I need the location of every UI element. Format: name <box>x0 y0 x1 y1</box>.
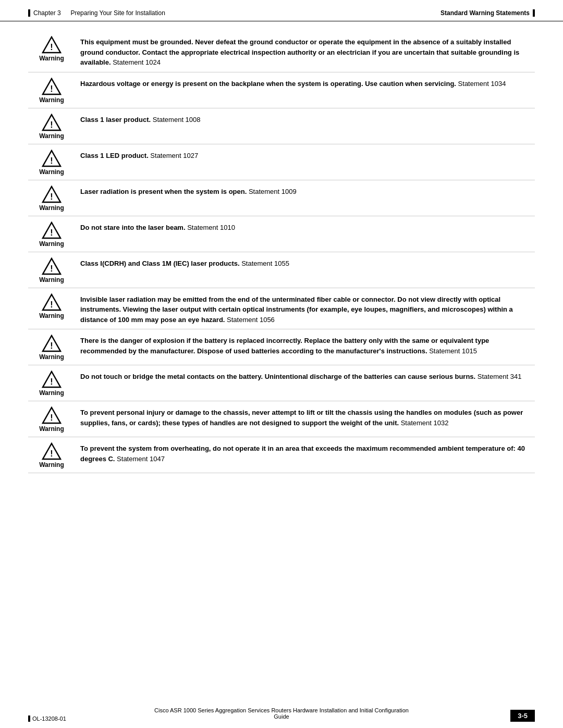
warning-row: !WarningInvisible laser radiation may be… <box>28 288 535 330</box>
warning-text-12: To prevent the system from overheating, … <box>80 442 535 464</box>
warning-left-11: !Warning <box>28 406 80 433</box>
svg-text:!: ! <box>50 449 53 458</box>
warning-label: Warning <box>39 55 64 62</box>
page: Chapter 3 Preparing Your Site for Instal… <box>0 0 563 728</box>
warning-label: Warning <box>39 96 64 104</box>
warning-left-2: !Warning <box>28 78 80 104</box>
warning-text-normal: Statement 1024 <box>111 58 161 66</box>
warning-text-normal: Statement 1009 <box>247 188 296 195</box>
warning-text-bold: Invisible laser radiation may be emitted… <box>80 295 513 324</box>
warning-text-bold: Laser radiation is present when the syst… <box>80 188 247 195</box>
warning-row: !WarningClass I(CDRH) and Class 1M (IEC)… <box>28 252 535 288</box>
warning-row: !WarningTo prevent the system from overh… <box>28 437 535 473</box>
warning-left-9: !Warning <box>28 335 80 361</box>
doc-number: OL-13208-01 <box>32 715 66 722</box>
warning-text-9: There is the danger of explosion if the … <box>80 335 535 356</box>
warning-icon: ! <box>42 150 62 167</box>
warning-text-normal: Statement 1055 <box>240 260 289 267</box>
warning-text-normal: Statement 1010 <box>186 224 235 231</box>
chapter-title: Preparing Your Site for Installation <box>70 9 165 17</box>
footer-center: Cisco ASR 1000 Series Aggregation Servic… <box>151 707 412 720</box>
warning-icon: ! <box>42 114 62 131</box>
warning-text-normal: Statement 341 <box>475 373 521 380</box>
warning-row: !WarningLaser radiation is present when … <box>28 180 535 216</box>
warning-icon: ! <box>42 78 62 95</box>
svg-text:!: ! <box>50 192 53 201</box>
page-number: 3-5 <box>510 710 535 722</box>
warning-text-normal: Statement 1034 <box>456 80 506 88</box>
warning-icon: ! <box>42 186 62 203</box>
svg-text:!: ! <box>50 43 53 52</box>
warning-icon: ! <box>42 335 62 352</box>
warning-icon: ! <box>42 293 62 311</box>
warning-label: Warning <box>39 168 64 176</box>
warning-text-8: Invisible laser radiation may be emitted… <box>80 293 535 325</box>
warning-text-bold: Do not touch or bridge the metal contact… <box>80 373 475 380</box>
warning-left-6: !Warning <box>28 221 80 248</box>
warning-left-10: !Warning <box>28 371 80 397</box>
header-left: Chapter 3 Preparing Your Site for Instal… <box>28 9 165 17</box>
warning-text-normal: Statement 1027 <box>149 152 198 159</box>
header-left-bar <box>28 9 30 17</box>
warning-row: !WarningDo not stare into the laser beam… <box>28 216 535 252</box>
warnings-container: !WarningThis equipment must be grounded.… <box>28 31 535 473</box>
warning-text-bold: Class 1 laser product. <box>80 116 151 124</box>
warning-text-bold: Class I(CDRH) and Class 1M (IEC) laser p… <box>80 260 240 267</box>
warning-text-normal: Statement 1008 <box>151 116 200 124</box>
warning-text-normal: Statement 1032 <box>399 419 448 427</box>
warning-row: !WarningClass 1 laser product. Statement… <box>28 108 535 144</box>
warning-text-bold: Do not stare into the laser beam. <box>80 224 186 231</box>
warning-row: !WarningTo prevent personal injury or da… <box>28 401 535 437</box>
footer-center-text: Cisco ASR 1000 Series Aggregation Servic… <box>154 707 409 720</box>
warning-text-bold: Hazardous voltage or energy is present o… <box>80 80 456 88</box>
warning-text-1: This equipment must be grounded. Never d… <box>80 36 535 68</box>
page-header: Chapter 3 Preparing Your Site for Instal… <box>0 0 563 21</box>
warning-row: !WarningHazardous voltage or energy is p… <box>28 72 535 108</box>
warning-label: Warning <box>39 425 64 433</box>
warning-text-bold: To prevent personal injury or damage to … <box>80 409 523 427</box>
warning-text-3: Class 1 laser product. Statement 1008 <box>80 114 535 125</box>
svg-text:!: ! <box>50 300 53 309</box>
warning-icon: ! <box>42 442 62 460</box>
warning-left-4: !Warning <box>28 150 80 176</box>
warning-text-normal: Statement 1047 <box>115 455 164 463</box>
warning-icon: ! <box>42 221 62 239</box>
warning-icon: ! <box>42 406 62 424</box>
warning-left-12: !Warning <box>28 442 80 468</box>
warning-left-1: !Warning <box>28 36 80 62</box>
warning-text-normal: Statement 1056 <box>225 316 274 324</box>
svg-text:!: ! <box>50 228 53 237</box>
warning-label: Warning <box>39 204 64 212</box>
main-content: !WarningThis equipment must be grounded.… <box>0 21 563 504</box>
header-right-label: Standard Warning Statements <box>440 9 530 17</box>
warning-label: Warning <box>39 461 64 468</box>
warning-row: !WarningDo not touch or bridge the metal… <box>28 365 535 401</box>
warning-row: !WarningThis equipment must be grounded.… <box>28 31 535 72</box>
svg-text:!: ! <box>50 84 53 93</box>
warning-label: Warning <box>39 240 64 248</box>
warning-icon: ! <box>42 257 62 275</box>
warning-left-5: !Warning <box>28 186 80 212</box>
warning-label: Warning <box>39 132 64 140</box>
svg-text:!: ! <box>50 377 53 386</box>
page-footer: OL-13208-01 Cisco ASR 1000 Series Aggreg… <box>0 704 563 728</box>
warning-label: Warning <box>39 312 64 319</box>
warning-text-normal: Statement 1015 <box>427 347 477 355</box>
svg-text:!: ! <box>50 156 53 165</box>
warning-text-4: Class 1 LED product. Statement 1027 <box>80 150 535 161</box>
header-right-bar <box>533 9 535 17</box>
svg-text:!: ! <box>50 413 53 422</box>
warning-label: Warning <box>39 276 64 283</box>
warning-icon: ! <box>42 36 62 54</box>
warning-text-5: Laser radiation is present when the syst… <box>80 186 535 197</box>
chapter-label: Chapter 3 <box>33 9 61 17</box>
warning-left-8: !Warning <box>28 293 80 319</box>
header-right: Standard Warning Statements <box>440 9 535 17</box>
warning-row: !WarningClass 1 LED product. Statement 1… <box>28 144 535 180</box>
warning-icon: ! <box>42 371 62 388</box>
warning-left-3: !Warning <box>28 114 80 140</box>
svg-text:!: ! <box>50 264 53 273</box>
warning-text-6: Do not stare into the laser beam. Statem… <box>80 221 535 233</box>
warning-text-10: Do not touch or bridge the metal contact… <box>80 371 535 382</box>
warning-text-11: To prevent personal injury or damage to … <box>80 406 535 428</box>
